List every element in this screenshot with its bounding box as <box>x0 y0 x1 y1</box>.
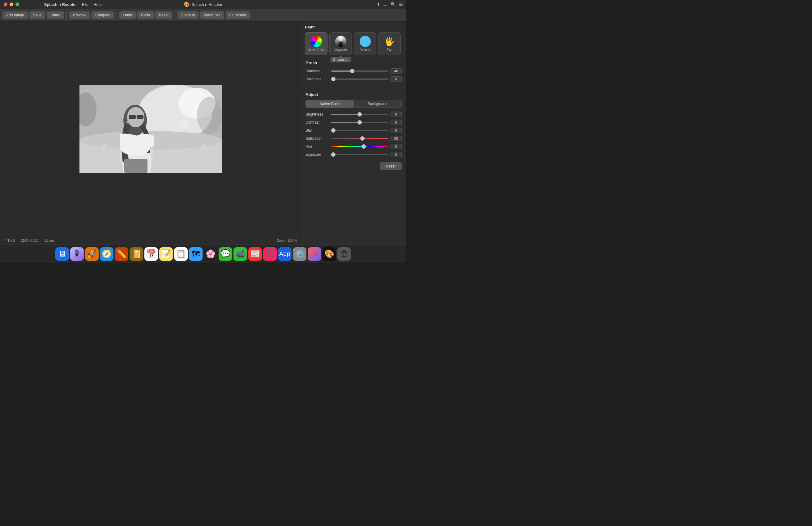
app-menu-item[interactable]: Splash n Recolor <box>44 2 77 7</box>
diameter-row: Diameter 40 <box>305 68 402 74</box>
dock-safari[interactable]: 🧭 <box>100 247 114 261</box>
pan-tool[interactable]: 🖐 Pan <box>378 32 401 55</box>
blur-value[interactable]: 0 <box>391 127 402 133</box>
zoom-level: Zoom: 100 % <box>277 239 297 242</box>
minimize-button[interactable] <box>10 2 13 6</box>
status-bar: 441 KB 2560 X 160 18.jpg Zoom: 100 % <box>0 236 301 244</box>
hardness-slider[interactable] <box>331 78 388 80</box>
dock-appstore[interactable]: App <box>278 247 292 261</box>
share-button[interactable]: Share <box>47 12 64 19</box>
grayscale-label: Grayscale <box>334 48 348 51</box>
saturation-row: Saturation 50 <box>305 136 402 141</box>
search-icon[interactable]: 🔍 <box>391 2 396 7</box>
saturation-slider[interactable] <box>331 138 388 139</box>
dock-contacts[interactable]: 📔 <box>130 247 143 261</box>
exposure-value[interactable]: 0 <box>391 152 402 157</box>
saturation-value[interactable]: 50 <box>391 136 402 141</box>
blur-slider[interactable] <box>331 130 388 131</box>
hue-value[interactable]: 0 <box>391 144 402 149</box>
saturation-label: Saturation <box>305 136 329 140</box>
toolbar-separator-3 <box>175 12 175 18</box>
zoom-in-button[interactable]: Zoom In <box>177 12 199 19</box>
dock-maps[interactable]: 🗺 <box>189 247 203 261</box>
dock-splash-recolor[interactable]: 🎨 <box>322 247 336 261</box>
cast-icon[interactable]: ⬆ <box>377 2 380 7</box>
dock-music[interactable]: 🎵 <box>263 247 277 261</box>
native-color-toggle[interactable]: Native Color <box>306 100 354 107</box>
toolbar-separator-2 <box>117 12 117 18</box>
diameter-value[interactable]: 40 <box>391 68 402 74</box>
hue-slider[interactable] <box>331 146 388 147</box>
main-content: 441 KB 2560 X 160 18.jpg Zoom: 100 % Pai… <box>0 21 406 244</box>
help-menu-item[interactable]: Help <box>93 2 102 7</box>
hue-label: Hue <box>305 144 329 149</box>
hardness-row: Hardness 0 <box>305 76 402 82</box>
dock-launchpad[interactable]: 🚀 <box>85 247 99 261</box>
grayscale-icon <box>335 36 346 47</box>
dock-trash[interactable]: 🗑 <box>337 247 351 261</box>
svg-rect-16 <box>124 159 147 173</box>
right-panel: Paint Native Color Grayscale Grayscale R… <box>301 21 406 244</box>
undo-button[interactable]: Undo <box>119 12 136 19</box>
dock-pixelmator[interactable]: ✏️ <box>115 247 128 261</box>
canvas-wrapper: 441 KB 2560 X 160 18.jpg Zoom: 100 % <box>0 21 301 244</box>
contrast-row: Contrast 0 <box>305 120 402 125</box>
toolbar-separator-1 <box>67 12 67 18</box>
contrast-value[interactable]: 0 <box>391 120 402 125</box>
window-title: 🎨 Splash n Recolor <box>184 2 222 7</box>
dock-finder[interactable]: 🖥 <box>55 247 69 261</box>
compare-button[interactable]: Compare <box>91 12 114 19</box>
brightness-slider[interactable] <box>331 114 388 115</box>
exposure-slider[interactable] <box>331 154 388 155</box>
dock-siri[interactable]: 🎙 <box>70 247 84 261</box>
dock: 🖥 🎙 🚀 🧭 ✏️ 📔 📅 📝 📋 🗺 🌸 💬 📹 📰 🎵 App ⚙️ 🔺 … <box>0 244 406 263</box>
redo-button[interactable]: Redo <box>137 12 154 19</box>
brightness-value[interactable]: 0 <box>391 111 402 117</box>
zoom-out-button[interactable]: Zoom Out <box>200 12 224 19</box>
pan-icon: 🖐 <box>384 36 395 47</box>
menu-bar:  Splash n Recolor File Help <box>38 2 102 7</box>
add-image-button[interactable]: Add Image <box>2 12 28 19</box>
photo-canvas[interactable] <box>79 85 222 173</box>
diameter-label: Diameter <box>305 69 329 73</box>
close-button[interactable] <box>4 2 8 6</box>
preview-button[interactable]: Preview <box>69 12 90 19</box>
paint-section: Paint Native Color Grayscale Grayscale R… <box>301 21 406 57</box>
canvas-area[interactable] <box>0 21 301 236</box>
grayscale-tool[interactable]: Grayscale Grayscale <box>329 32 352 55</box>
dock-notes[interactable]: 📝 <box>159 247 173 261</box>
native-color-tool[interactable]: Native Color <box>305 32 328 55</box>
contrast-slider[interactable] <box>331 122 388 123</box>
fit-screen-button[interactable]: Fit Screen <box>226 12 250 19</box>
reset-button[interactable]: Reset <box>155 12 172 19</box>
recolor-tool[interactable]: Recolor <box>354 32 376 55</box>
dock-reminders[interactable]: 📋 <box>174 247 188 261</box>
native-color-icon <box>311 36 322 47</box>
dock-monterey[interactable]: 🔺 <box>308 247 321 261</box>
apple-menu[interactable]:  <box>38 2 39 7</box>
pan-label: Pan <box>387 48 392 51</box>
adjust-title: Adjust <box>305 92 402 97</box>
fullscreen-button[interactable] <box>15 2 19 6</box>
paint-title: Paint <box>305 25 402 29</box>
title-bar:  Splash n Recolor File Help 🎨 Splash n … <box>0 0 406 9</box>
save-button[interactable]: Save <box>29 12 45 19</box>
dock-facetime[interactable]: 📹 <box>233 247 247 261</box>
hardness-value[interactable]: 0 <box>391 76 402 82</box>
diameter-slider[interactable] <box>331 71 388 72</box>
dock-photos[interactable]: 🌸 <box>204 247 217 261</box>
dock-sysprefs[interactable]: ⚙️ <box>293 247 306 261</box>
file-menu-item[interactable]: File <box>82 2 88 7</box>
menu-icon[interactable]: ☰ <box>399 2 403 7</box>
svg-rect-12 <box>137 115 144 119</box>
dock-calendar[interactable]: 📅 <box>144 247 158 261</box>
display-icon[interactable]: ▭ <box>383 2 388 7</box>
dock-news[interactable]: 📰 <box>248 247 262 261</box>
svg-point-19 <box>201 144 206 149</box>
adjust-reset-button[interactable]: Reset <box>380 162 402 170</box>
brush-section: Brush Diameter 40 Hardness 0 <box>301 57 406 88</box>
svg-point-14 <box>127 121 128 123</box>
background-toggle[interactable]: Background <box>354 100 402 107</box>
exposure-row: Exposure 0 <box>305 152 402 157</box>
dock-messages[interactable]: 💬 <box>219 247 232 261</box>
